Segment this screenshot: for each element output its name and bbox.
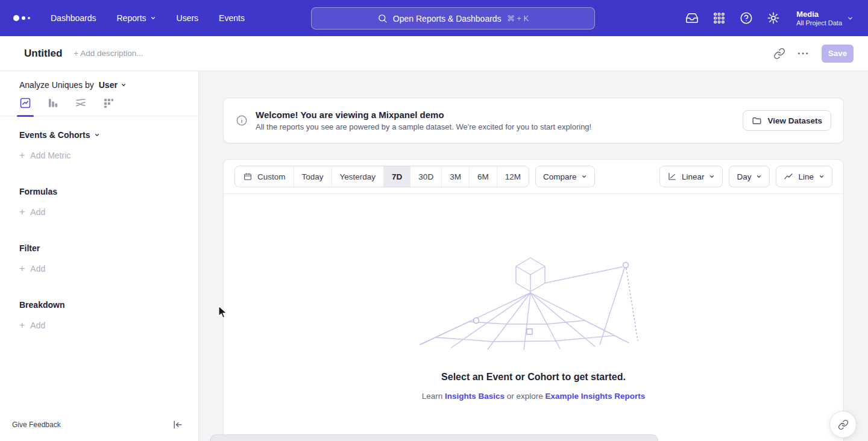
nav-events[interactable]: Events	[219, 13, 245, 23]
plus-icon: +	[19, 321, 25, 330]
chevron-down-icon	[581, 172, 587, 181]
scale-dropdown[interactable]: Linear	[659, 166, 723, 187]
plus-icon: +	[19, 264, 25, 273]
sidebar-footer: Give Feedback	[0, 414, 198, 441]
chevron-down-icon	[709, 172, 715, 181]
add-formula-button[interactable]: + Add	[19, 207, 198, 217]
chart-display-controls: Linear Day Line	[659, 166, 832, 187]
range-today[interactable]: Today	[294, 166, 332, 187]
help-icon[interactable]	[740, 11, 753, 25]
analyze-uniques-row: Analyze Uniques by User	[0, 71, 198, 90]
add-breakdown-button[interactable]: + Add	[19, 321, 198, 330]
date-range-segmented-control: Custom Today Yesterday 7D 30D 3M 6M 12M	[234, 166, 529, 187]
link-icon	[838, 419, 849, 430]
breakdown-section-title: Breakdown	[19, 300, 198, 310]
report-title[interactable]: Untitled	[24, 48, 62, 60]
inbox-icon[interactable]	[685, 11, 699, 25]
analyze-label: Analyze Uniques by	[19, 80, 94, 90]
chart-empty-state: Select an Event or Cohort to get started…	[224, 194, 843, 441]
report-header: Untitled + Add description... ··· Save	[0, 36, 868, 71]
main-content: Welcome! You are viewing a Mixpanel demo…	[199, 71, 868, 441]
empty-state-subtitle: Learn Insights Basics or explore Example…	[422, 392, 646, 401]
chevron-down-icon	[121, 82, 127, 88]
nav-reports[interactable]: Reports	[117, 13, 156, 23]
nav-users[interactable]: Users	[177, 13, 199, 23]
active-tab-indicator	[17, 115, 34, 117]
give-feedback-link[interactable]: Give Feedback	[12, 421, 61, 429]
range-12m[interactable]: 12M	[497, 166, 529, 187]
tab-flows[interactable]	[75, 97, 87, 116]
range-30d[interactable]: 30D	[410, 166, 441, 187]
app-root: Dashboards Reports Users Events Open Rep…	[0, 0, 868, 441]
project-name: Media	[796, 10, 842, 19]
axes-icon	[667, 172, 677, 181]
filter-section-title: Filter	[19, 243, 198, 253]
range-yesterday[interactable]: Yesterday	[332, 166, 384, 187]
view-datasets-button[interactable]: View Datasets	[743, 110, 831, 131]
nav-right-cluster: Media All Project Data	[685, 0, 868, 36]
search-shortcut: ⌘ + K	[507, 14, 529, 23]
settings-gear-icon[interactable]	[767, 11, 780, 25]
chevron-down-icon	[150, 15, 156, 21]
add-description-field[interactable]: + Add description...	[74, 49, 143, 58]
calendar-icon	[243, 172, 253, 181]
banner-title: Welcome! You are viewing a Mixpanel demo	[256, 110, 591, 120]
chevron-down-icon	[847, 15, 854, 22]
search-icon	[377, 13, 388, 23]
analyze-by-dropdown[interactable]: User	[99, 80, 127, 90]
range-6m[interactable]: 6M	[469, 166, 497, 187]
compare-dropdown[interactable]: Compare	[535, 166, 596, 187]
chart-controls: Custom Today Yesterday 7D 30D 3M 6M 12M …	[224, 160, 843, 194]
project-scope: All Project Data	[796, 19, 842, 27]
project-switcher[interactable]: Media All Project Data	[796, 10, 854, 27]
global-search-bar[interactable]: Open Reports & Dashboards ⌘ + K	[311, 7, 595, 30]
chevron-down-icon	[756, 172, 762, 181]
copy-link-icon[interactable]	[773, 48, 785, 60]
folder-icon	[752, 116, 762, 126]
info-icon	[236, 114, 248, 127]
example-insights-reports-link[interactable]: Example Insights Reports	[546, 392, 646, 401]
tab-funnels[interactable]	[47, 97, 59, 116]
nav-dashboards[interactable]: Dashboards	[51, 13, 96, 23]
top-nav: Dashboards Reports Users Events Open Rep…	[0, 0, 868, 36]
add-filter-button[interactable]: + Add	[19, 264, 198, 274]
add-metric-button[interactable]: + Add Metric	[19, 151, 198, 160]
plus-icon: +	[19, 208, 25, 216]
banner-subtitle: All the reports you see are powered by a…	[256, 122, 591, 131]
chevron-down-icon	[94, 132, 100, 138]
events-cohorts-section[interactable]: Events & Cohorts	[19, 130, 198, 140]
report-type-tabs	[0, 90, 198, 116]
apps-grid-icon[interactable]	[712, 11, 726, 25]
collapse-sidebar-icon[interactable]	[172, 419, 184, 431]
insights-basics-link[interactable]: Insights Basics	[445, 392, 505, 401]
share-link-fab[interactable]	[829, 411, 857, 438]
range-custom[interactable]: Custom	[235, 166, 294, 187]
save-button[interactable]: Save	[822, 45, 854, 63]
banner-text: Welcome! You are viewing a Mixpanel demo…	[256, 110, 591, 131]
mixpanel-logo[interactable]	[13, 15, 30, 21]
bottom-drawer-peek[interactable]	[210, 434, 658, 441]
tab-insights[interactable]	[19, 97, 31, 116]
empty-state-illustration	[419, 257, 648, 350]
interval-dropdown[interactable]: Day	[729, 166, 770, 187]
empty-state-title: Select an Event or Cohort to get started…	[441, 372, 626, 383]
range-3m[interactable]: 3M	[441, 166, 469, 187]
line-chart-icon	[784, 172, 793, 181]
report-header-actions: ··· Save	[773, 45, 868, 63]
plus-icon: +	[19, 151, 25, 160]
more-options-button[interactable]: ···	[797, 51, 810, 57]
search-placeholder: Open Reports & Dashboards	[393, 14, 502, 23]
query-builder-sidebar: Analyze Uniques by User Events & Cohorts	[0, 71, 199, 441]
range-7d[interactable]: 7D	[383, 166, 410, 187]
tab-retention[interactable]	[102, 97, 115, 116]
report-card: Custom Today Yesterday 7D 30D 3M 6M 12M …	[223, 159, 844, 441]
chart-type-dropdown[interactable]: Line	[776, 166, 832, 187]
welcome-banner: Welcome! You are viewing a Mixpanel demo…	[223, 98, 844, 143]
formulas-section-title: Formulas	[19, 187, 198, 196]
chevron-down-icon	[819, 172, 825, 181]
primary-nav: Dashboards Reports Users Events	[51, 13, 245, 23]
